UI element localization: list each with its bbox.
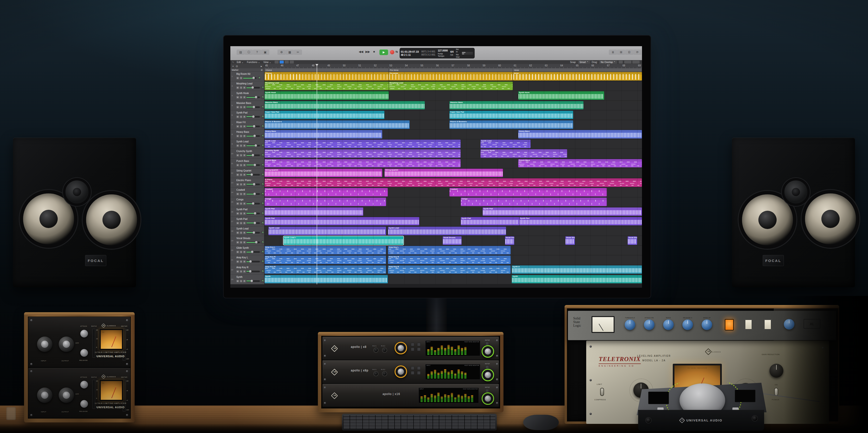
loop-browser-icon[interactable]: Ω <box>625 50 633 55</box>
record-enable-button[interactable]: R <box>243 231 246 234</box>
region[interactable]: E-Piano <box>265 178 642 187</box>
region[interactable]: Super Saw Pad <box>450 111 573 119</box>
track-header[interactable]: 15CongaMSR <box>230 197 264 207</box>
region[interactable]: Crunchy Synth <box>265 149 461 158</box>
solo-button[interactable]: S <box>240 154 242 156</box>
pan-knob[interactable] <box>261 250 264 254</box>
track-lane[interactable]: Crunchy SynthCrunchy Synth <box>265 149 642 158</box>
track-header[interactable]: 1Big Room KitMS <box>230 72 264 81</box>
bar-ruler[interactable]: 4546474849505152535455565758596061626364… <box>265 64 642 68</box>
pan-knob[interactable] <box>261 86 264 89</box>
track-lane[interactable]: CongaConga <box>265 197 642 207</box>
region[interactable]: Synth <box>512 275 642 284</box>
volume-slider[interactable] <box>246 135 260 137</box>
region[interactable]: String Quartet <box>265 169 382 177</box>
record-enable-button[interactable]: R <box>243 96 246 98</box>
track-header[interactable]: 20Glide SynthMSR <box>230 246 264 255</box>
volume-slider[interactable] <box>246 213 260 214</box>
pan-knob[interactable] <box>261 125 264 128</box>
region[interactable]: Conga <box>265 198 386 206</box>
region[interactable]: Heavy Bass <box>518 130 642 139</box>
mute-button[interactable]: M <box>236 193 239 195</box>
solo-button[interactable]: S <box>240 106 242 109</box>
arrangement-marker[interactable]: Verse <box>513 68 642 72</box>
solo-button[interactable]: S <box>240 164 242 167</box>
mute-button[interactable]: M <box>236 212 239 215</box>
region[interactable]: String Quartet <box>384 169 503 177</box>
record-enable-button[interactable]: R <box>243 222 246 225</box>
region[interactable]: Synth Pad <box>483 207 642 216</box>
region[interactable]: Punch Bass <box>265 159 461 168</box>
record-enable-button[interactable]: R <box>243 135 246 137</box>
volume-slider[interactable] <box>246 193 260 195</box>
region[interactable]: Punch Bass <box>518 159 642 168</box>
region[interactable]: Amp Key L <box>265 246 386 255</box>
marker-lane[interactable]: ChorusPre-VerseVerse <box>265 68 642 72</box>
record-enable-button[interactable]: R <box>243 202 246 205</box>
record-enable-button[interactable]: R <box>243 270 246 273</box>
mute-button[interactable]: M <box>236 222 239 225</box>
region[interactable]: Chorus <box>265 72 389 81</box>
add-track-button[interactable]: + <box>232 65 234 67</box>
play-button[interactable]: ▶ <box>379 49 388 55</box>
forward-button[interactable]: ▶▶ <box>366 50 370 53</box>
pan-knob[interactable] <box>261 163 264 167</box>
region[interactable]: Amp Key R <box>265 265 386 274</box>
tool-button-selected[interactable] <box>280 61 284 63</box>
edit-menu[interactable]: Edit ⌄ <box>237 61 243 63</box>
solo-button[interactable]: S <box>240 86 242 89</box>
track-header[interactable]: 14CowbellMSR <box>230 187 264 197</box>
track-lane[interactable]: Synth LeadSynth Lead <box>265 139 642 149</box>
smart-controls-icon[interactable]: ⚙ <box>277 50 286 55</box>
mute-button[interactable]: M <box>236 241 239 244</box>
region[interactable]: Morphing Lead <box>389 82 513 90</box>
pan-knob[interactable] <box>261 270 264 273</box>
region[interactable]: Vocal Shouts <box>505 236 514 245</box>
record-button[interactable] <box>390 50 394 54</box>
record-enable-button[interactable]: R <box>243 183 246 186</box>
solo-button[interactable]: S <box>240 144 242 147</box>
record-enable-button[interactable]: R <box>243 260 246 263</box>
track-header[interactable]: 5Massive BassMSR <box>230 101 264 110</box>
solo-button[interactable]: S <box>240 222 242 225</box>
region[interactable]: Vocal Shouts <box>565 236 575 245</box>
region[interactable]: Vocal Shouts <box>443 236 462 245</box>
track-header[interactable]: 22Amp Key RMSR <box>230 265 264 275</box>
record-enable-button[interactable]: R <box>243 241 246 244</box>
mute-button[interactable]: M <box>236 164 239 167</box>
quick-help-icon[interactable]: ? <box>253 50 261 55</box>
region[interactable]: Super Saw Pad <box>265 111 384 119</box>
record-enable-button[interactable]: R <box>243 251 246 253</box>
volume-slider[interactable] <box>246 203 260 204</box>
editors-icon[interactable]: ✂ <box>294 50 302 55</box>
pan-knob[interactable] <box>261 279 264 283</box>
record-enable-button[interactable]: R <box>243 280 246 282</box>
track-lane[interactable]: Risers & BoomersRisers & Boomers <box>265 120 642 129</box>
record-enable-button[interactable]: R <box>243 115 246 118</box>
tool-button[interactable] <box>285 61 289 63</box>
region[interactable]: Vocal Shouts <box>627 236 637 245</box>
pan-knob[interactable] <box>261 134 264 138</box>
region[interactable]: Synth Pad <box>519 217 642 226</box>
region[interactable]: Risers & Boomers <box>450 120 573 129</box>
mute-button[interactable]: M <box>236 202 239 205</box>
track-header[interactable]: 6Synth PadMSR <box>230 110 264 120</box>
volume-slider[interactable] <box>246 280 260 282</box>
mute-button[interactable]: M <box>236 106 239 109</box>
track-lane[interactable]: Amp Key LAmp Key L <box>265 246 642 255</box>
pan-knob[interactable] <box>261 115 264 119</box>
region[interactable]: Synth Lead <box>480 140 531 148</box>
track-header[interactable]: 17Synth PadMSR <box>230 217 264 226</box>
toolbar-icon[interactable]: ▣ <box>261 50 269 55</box>
solo-button[interactable]: S <box>240 280 242 282</box>
solo-button[interactable]: S <box>240 270 242 273</box>
region[interactable]: Amp Key R <box>388 256 510 264</box>
track-lane[interactable]: Synth LeadSynth Lead <box>265 226 642 236</box>
region[interactable]: Synth Lead 2 <box>283 236 403 245</box>
region[interactable]: Synth Lead <box>388 227 506 235</box>
volume-slider[interactable] <box>243 77 256 79</box>
solo-button[interactable]: S <box>240 135 242 137</box>
cycle-button[interactable]: ⇆ <box>396 50 398 53</box>
browsers-icon[interactable]: ⟳ <box>633 50 642 55</box>
track-lane[interactable]: Synth Lead 2Vocal ShoutsVocal ShoutsVoca… <box>265 236 642 246</box>
